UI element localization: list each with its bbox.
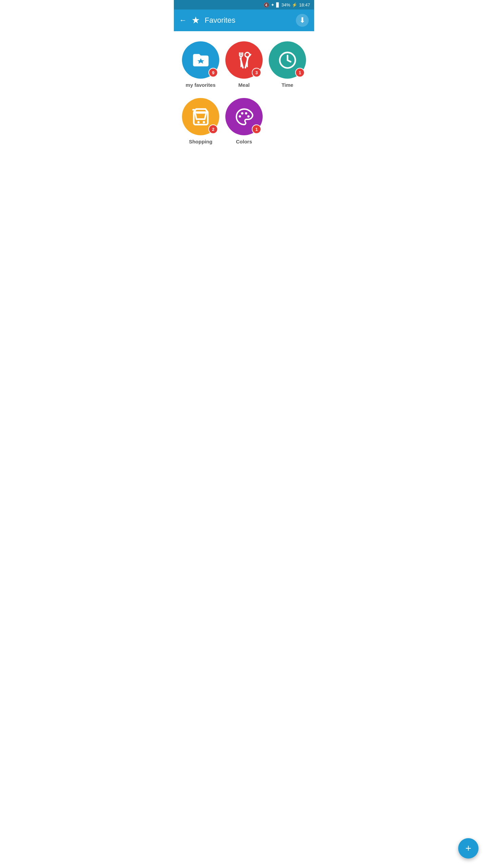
battery-icon: ⚡	[292, 2, 297, 7]
download-button[interactable]: ⬇	[296, 14, 309, 27]
signal-icon: ▊	[276, 2, 280, 7]
badge-shopping: 2	[208, 124, 218, 134]
back-button[interactable]: ←	[179, 17, 187, 24]
cutlery-icon	[235, 51, 253, 70]
svg-point-14	[247, 115, 249, 117]
label-meal: Meal	[238, 82, 249, 88]
category-meal[interactable]: 3 Meal	[224, 41, 264, 88]
category-colors[interactable]: 1 Colors	[224, 98, 264, 144]
cart-icon	[191, 107, 210, 126]
cast-icon: ✦	[271, 2, 274, 7]
label-shopping: Shopping	[189, 139, 212, 144]
folder-star-icon	[191, 51, 210, 70]
category-time[interactable]: 1 Time	[267, 41, 307, 88]
page-title: Favorites	[205, 16, 291, 25]
palette-icon	[235, 107, 253, 126]
badge-time: 1	[295, 68, 305, 77]
battery-text: 34%	[281, 2, 290, 7]
icon-wrapper-colors: 1	[225, 98, 263, 135]
badge-my-favorites: 9	[208, 68, 218, 77]
category-shopping[interactable]: 2 Shopping	[181, 98, 221, 144]
icon-wrapper-shopping: 2	[182, 98, 219, 135]
favorites-star-icon: ★	[191, 16, 200, 25]
status-bar: 🔇 ✦ ▊ 34% ⚡ 18:47	[174, 0, 314, 9]
categories-grid: 9 my favorites 3	[174, 31, 314, 155]
svg-point-9	[197, 121, 200, 123]
clock-icon	[278, 51, 297, 70]
download-icon: ⬇	[299, 16, 305, 25]
svg-point-5	[245, 52, 249, 57]
label-time: Time	[282, 82, 293, 88]
svg-point-10	[203, 121, 205, 123]
icon-wrapper-meal: 3	[225, 41, 263, 79]
time-text: 18:47	[299, 2, 310, 7]
status-icons: 🔇 ✦ ▊ 34% ⚡ 18:47	[264, 2, 310, 7]
label-colors: Colors	[236, 139, 252, 144]
icon-wrapper-my-favorites: 9	[182, 41, 219, 79]
icon-wrapper-time: 1	[269, 41, 306, 79]
label-my-favorites: my favorites	[186, 82, 216, 88]
svg-point-13	[245, 112, 247, 114]
svg-point-12	[241, 112, 243, 114]
mute-icon: 🔇	[264, 2, 269, 7]
badge-meal: 3	[252, 68, 261, 77]
svg-point-11	[239, 115, 241, 117]
app-bar: ← ★ Favorites ⬇	[174, 9, 314, 31]
badge-colors: 1	[252, 124, 261, 134]
category-my-favorites[interactable]: 9 my favorites	[181, 41, 221, 88]
